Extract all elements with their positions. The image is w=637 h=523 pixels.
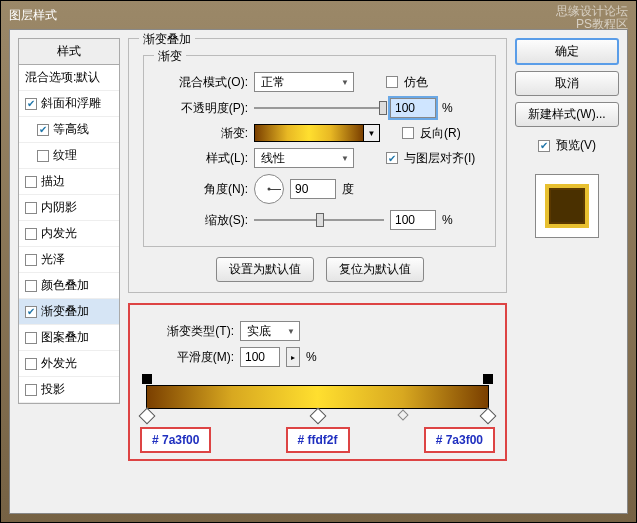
style-checkbox[interactable] bbox=[25, 384, 37, 396]
style-item-颜色叠加[interactable]: 颜色叠加 bbox=[19, 273, 119, 299]
style-item-label: 图案叠加 bbox=[41, 329, 89, 346]
color-stop-left[interactable] bbox=[139, 408, 156, 425]
color-stop-mid[interactable] bbox=[309, 408, 326, 425]
style-item-外发光[interactable]: 外发光 bbox=[19, 351, 119, 377]
smooth-input[interactable]: 100 bbox=[240, 347, 280, 367]
grad-type-label: 渐变类型(T): bbox=[144, 323, 234, 340]
style-item-渐变叠加[interactable]: ✔渐变叠加 bbox=[19, 299, 119, 325]
titlebar[interactable]: 图层样式 bbox=[1, 1, 636, 29]
blend-options-item[interactable]: 混合选项:默认 bbox=[19, 65, 119, 91]
style-item-label: 渐变叠加 bbox=[41, 303, 89, 320]
midpoint-handle[interactable] bbox=[397, 409, 408, 420]
style-item-内阴影[interactable]: 内阴影 bbox=[19, 195, 119, 221]
align-checkbox[interactable]: ✔ bbox=[386, 152, 398, 164]
style-item-纹理[interactable]: 纹理 bbox=[19, 143, 119, 169]
preview-label: 预览(V) bbox=[556, 137, 596, 154]
scale-label: 缩放(S): bbox=[158, 212, 248, 229]
reverse-label: 反向(R) bbox=[420, 125, 461, 142]
angle-dial[interactable] bbox=[254, 174, 284, 204]
style-item-label: 斜面和浮雕 bbox=[41, 95, 101, 112]
style-checkbox[interactable]: ✔ bbox=[37, 124, 49, 136]
window-title: 图层样式 bbox=[9, 7, 57, 24]
preview-checkbox[interactable]: ✔ bbox=[538, 140, 550, 152]
color-callout-mid: # ffdf2f bbox=[286, 427, 350, 453]
gradient-overlay-group: 渐变叠加 渐变 混合模式(O): 正常 仿色 不透明度(P): 100 bbox=[128, 38, 507, 293]
style-item-label: 等高线 bbox=[53, 121, 89, 138]
smooth-spinner[interactable]: ▸ bbox=[286, 347, 300, 367]
angle-input[interactable]: 90 bbox=[290, 179, 336, 199]
scale-slider[interactable] bbox=[254, 211, 384, 229]
style-checkbox[interactable] bbox=[25, 332, 37, 344]
opacity-stop-left[interactable] bbox=[142, 374, 152, 384]
opacity-label: 不透明度(P): bbox=[158, 100, 248, 117]
dialog-content: 样式 混合选项:默认 ✔斜面和浮雕✔等高线纹理描边内阴影内发光光泽颜色叠加✔渐变… bbox=[9, 29, 628, 514]
color-stop-right[interactable] bbox=[480, 408, 497, 425]
style-item-内发光[interactable]: 内发光 bbox=[19, 221, 119, 247]
gradient-dropdown[interactable]: ▼ bbox=[364, 124, 380, 142]
grad-type-select[interactable]: 实底 bbox=[240, 321, 300, 341]
style-checkbox[interactable] bbox=[25, 176, 37, 188]
gradient-subgroup: 渐变 混合模式(O): 正常 仿色 不透明度(P): 100 % bbox=[143, 55, 496, 247]
new-style-button[interactable]: 新建样式(W)... bbox=[515, 102, 619, 127]
reverse-checkbox[interactable] bbox=[402, 127, 414, 139]
right-panel: 确定 取消 新建样式(W)... ✔ 预览(V) bbox=[515, 38, 619, 238]
style-item-label: 光泽 bbox=[41, 251, 65, 268]
style-item-斜面和浮雕[interactable]: ✔斜面和浮雕 bbox=[19, 91, 119, 117]
subgroup-title: 渐变 bbox=[154, 48, 186, 65]
align-label: 与图层对齐(I) bbox=[404, 150, 475, 167]
style-item-label: 颜色叠加 bbox=[41, 277, 89, 294]
gradient-bar[interactable] bbox=[146, 385, 489, 409]
angle-unit: 度 bbox=[342, 181, 354, 198]
color-callout-left: # 7a3f00 bbox=[140, 427, 211, 453]
opacity-stop-right[interactable] bbox=[483, 374, 493, 384]
style-item-label: 投影 bbox=[41, 381, 65, 398]
group-title: 渐变叠加 bbox=[139, 31, 195, 48]
style-select[interactable]: 线性 bbox=[254, 148, 354, 168]
opacity-input[interactable]: 100 bbox=[390, 98, 436, 118]
style-checkbox[interactable]: ✔ bbox=[25, 306, 37, 318]
gradient-editor-highlight: 渐变类型(T): 实底 平滑度(M): 100 ▸ % # bbox=[128, 303, 507, 461]
blend-mode-select[interactable]: 正常 bbox=[254, 72, 354, 92]
set-default-button[interactable]: 设置为默认值 bbox=[216, 257, 314, 282]
style-label: 样式(L): bbox=[158, 150, 248, 167]
gradient-label: 渐变: bbox=[158, 125, 248, 142]
style-item-label: 纹理 bbox=[53, 147, 77, 164]
style-checkbox[interactable] bbox=[25, 228, 37, 240]
cancel-button[interactable]: 取消 bbox=[515, 71, 619, 96]
layer-style-dialog: 图层样式 思缘设计论坛 PS教程区 样式 混合选项:默认 ✔斜面和浮雕✔等高线纹… bbox=[0, 0, 637, 523]
color-callout-right: # 7a3f00 bbox=[424, 427, 495, 453]
style-checkbox[interactable] bbox=[37, 150, 49, 162]
style-checkbox[interactable] bbox=[25, 280, 37, 292]
gradient-preview[interactable] bbox=[254, 124, 364, 142]
opacity-slider[interactable] bbox=[254, 99, 384, 117]
preview-thumbnail bbox=[535, 174, 599, 238]
style-item-描边[interactable]: 描边 bbox=[19, 169, 119, 195]
style-item-图案叠加[interactable]: 图案叠加 bbox=[19, 325, 119, 351]
style-item-等高线[interactable]: ✔等高线 bbox=[19, 117, 119, 143]
styles-list: 样式 混合选项:默认 ✔斜面和浮雕✔等高线纹理描边内阴影内发光光泽颜色叠加✔渐变… bbox=[18, 38, 120, 404]
dither-label: 仿色 bbox=[404, 74, 428, 91]
main-area: 渐变叠加 渐变 混合模式(O): 正常 仿色 不透明度(P): 100 bbox=[128, 38, 507, 505]
style-checkbox[interactable] bbox=[25, 254, 37, 266]
ok-button[interactable]: 确定 bbox=[515, 38, 619, 65]
styles-header: 样式 bbox=[19, 39, 119, 65]
style-item-光泽[interactable]: 光泽 bbox=[19, 247, 119, 273]
reset-default-button[interactable]: 复位为默认值 bbox=[326, 257, 424, 282]
style-item-投影[interactable]: 投影 bbox=[19, 377, 119, 403]
preview-swatch bbox=[545, 184, 589, 228]
style-item-label: 描边 bbox=[41, 173, 65, 190]
style-checkbox[interactable]: ✔ bbox=[25, 98, 37, 110]
smooth-label: 平滑度(M): bbox=[144, 349, 234, 366]
style-item-label: 内发光 bbox=[41, 225, 77, 242]
style-item-label: 内阴影 bbox=[41, 199, 77, 216]
watermark: 思缘设计论坛 PS教程区 bbox=[556, 5, 628, 31]
blend-mode-label: 混合模式(O): bbox=[158, 74, 248, 91]
style-checkbox[interactable] bbox=[25, 202, 37, 214]
style-item-label: 外发光 bbox=[41, 355, 77, 372]
dither-checkbox[interactable] bbox=[386, 76, 398, 88]
style-checkbox[interactable] bbox=[25, 358, 37, 370]
angle-label: 角度(N): bbox=[158, 181, 248, 198]
scale-input[interactable]: 100 bbox=[390, 210, 436, 230]
